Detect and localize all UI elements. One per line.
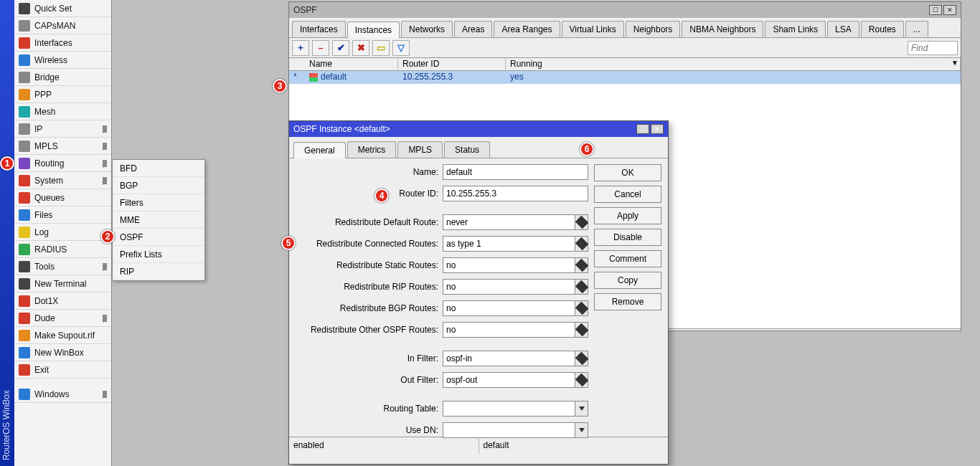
dropdown-icon[interactable] — [575, 279, 588, 295]
submenu-item-bfd[interactable]: BFD — [113, 160, 204, 177]
submenu-item-rip[interactable]: RIP — [113, 263, 204, 280]
col-name[interactable]: Name — [305, 58, 398, 70]
apply-button[interactable]: Apply — [594, 207, 661, 224]
dropdown-icon[interactable] — [575, 322, 588, 338]
usedn-field[interactable] — [443, 422, 575, 438]
submenu-item-mme[interactable]: MME — [113, 211, 204, 229]
sidebar-item-mpls[interactable]: MPLS — [14, 138, 111, 155]
sidebar-item-make-supout-rif[interactable]: Make Supout.rif — [14, 327, 111, 344]
dropdown-icon[interactable] — [575, 401, 588, 417]
ospf-title-bar[interactable]: OSPF ☐ ✕ — [289, 2, 961, 18]
tab-areas[interactable]: Areas — [454, 21, 492, 37]
row-name: default — [321, 72, 347, 82]
routerid-field[interactable] — [443, 186, 588, 201]
tab-virtual-links[interactable]: Virtual Links — [562, 21, 624, 37]
enable-button[interactable]: ✔ — [332, 40, 349, 56]
close-icon[interactable]: ✕ — [651, 124, 664, 134]
sidebar-item-wireless[interactable]: Wireless — [14, 52, 111, 69]
sidebar-item-log[interactable]: Log — [14, 224, 111, 241]
sidebar-item-new-winbox[interactable]: New WinBox — [14, 344, 111, 361]
window-menu-icon[interactable]: ☐ — [929, 5, 942, 15]
sidebar-item-new-terminal[interactable]: New Terminal — [14, 275, 111, 293]
remove-button[interactable]: Remove — [594, 293, 661, 310]
comment-button[interactable]: ▭ — [372, 40, 390, 56]
sidebar-item-bridge[interactable]: Bridge — [14, 69, 111, 86]
col-running[interactable]: Running — [506, 58, 545, 70]
dropdown-icon[interactable] — [575, 257, 588, 273]
tab-area-ranges[interactable]: Area Ranges — [494, 21, 560, 37]
comment-button[interactable]: Comment — [594, 250, 661, 267]
sidebar-item-ppp[interactable]: PPP — [14, 86, 111, 103]
redist-rip-field[interactable] — [443, 279, 575, 295]
tab-metrics[interactable]: Metrics — [347, 141, 397, 158]
tab-mpls[interactable]: MPLS — [397, 141, 443, 158]
routingtable-field[interactable] — [443, 401, 575, 417]
outfilter-field[interactable] — [443, 372, 575, 388]
add-button[interactable]: + — [292, 40, 309, 56]
tab-instances[interactable]: Instances — [347, 22, 400, 38]
copy-button[interactable]: Copy — [594, 272, 661, 289]
tab-nbma-neighbors[interactable]: NBMA Neighbors — [682, 21, 763, 37]
row-rid: 10.255.255.3 — [398, 71, 506, 84]
sidebar-item-dot1x[interactable]: Dot1X — [14, 293, 111, 310]
dropdown-icon[interactable] — [575, 300, 588, 316]
sidebar-item-label: CAPsMAN — [34, 21, 107, 31]
redist-connected-field[interactable] — [443, 236, 575, 252]
submenu-item-prefix-lists[interactable]: Prefix Lists — [113, 246, 204, 263]
sidebar-item-tools[interactable]: Tools — [14, 258, 111, 275]
redist-static-field[interactable] — [443, 257, 575, 273]
table-row[interactable]: * default 10.255.255.3 yes — [289, 71, 961, 84]
redist-otherospf-field[interactable] — [443, 322, 575, 338]
submenu-item-filters[interactable]: Filters — [113, 194, 204, 211]
dropdown-icon[interactable] — [575, 214, 588, 230]
dropdown-icon[interactable] — [575, 372, 588, 388]
sidebar-item-ip[interactable]: IP — [14, 120, 111, 138]
find-input[interactable] — [908, 41, 958, 55]
sidebar-item-queues[interactable]: Queues — [14, 189, 111, 206]
dropdown-icon[interactable] — [575, 422, 588, 438]
redist-bgp-label: Redistribute BGP Routes: — [295, 303, 438, 313]
sidebar-item-radius[interactable]: RADIUS — [14, 241, 111, 258]
tab-lsa[interactable]: LSA — [827, 21, 859, 37]
sidebar-item-label: Log — [34, 227, 107, 237]
submenu-item-ospf[interactable]: OSPF — [113, 229, 204, 246]
dropdown-icon[interactable] — [575, 236, 588, 252]
tab-general[interactable]: General — [293, 142, 346, 158]
cancel-button[interactable]: Cancel — [594, 186, 661, 203]
chevron-right-icon — [103, 391, 107, 398]
disable-button[interactable]: Disable — [594, 229, 661, 246]
sidebar-item-routing[interactable]: Routing — [14, 155, 111, 172]
tab-routes[interactable]: Routes — [861, 21, 904, 37]
submenu-item-bgp[interactable]: BGP — [113, 177, 204, 194]
sidebar-item-quick-set[interactable]: Quick Set — [14, 0, 111, 17]
tab-interfaces[interactable]: Interfaces — [292, 21, 346, 37]
sidebar-item-exit[interactable]: Exit — [14, 361, 111, 379]
dropdown-icon[interactable] — [575, 351, 588, 366]
col-routerid[interactable]: Router ID — [398, 58, 506, 70]
tab-sham-links[interactable]: Sham Links — [765, 21, 826, 37]
sidebar-item-windows[interactable]: Windows — [14, 386, 111, 403]
tab-networks[interactable]: Networks — [401, 21, 453, 37]
sidebar-item-interfaces[interactable]: Interfaces — [14, 34, 111, 52]
remove-button[interactable]: – — [312, 40, 329, 56]
tab-status[interactable]: Status — [444, 141, 490, 158]
tab--[interactable]: ... — [905, 21, 928, 37]
instance-title-bar[interactable]: OSPF Instance <default> ☐ ✕ — [289, 121, 668, 137]
sidebar-item-files[interactable]: Files — [14, 206, 111, 224]
disable-button[interactable]: ✖ — [352, 40, 369, 56]
sidebar-item-system[interactable]: System — [14, 172, 111, 189]
infilter-label: In Filter: — [295, 353, 438, 363]
infilter-field[interactable] — [443, 351, 575, 366]
name-field[interactable] — [443, 164, 588, 180]
columns-dropdown-icon[interactable]: ▼ — [951, 59, 958, 67]
sidebar-item-mesh[interactable]: Mesh — [14, 103, 111, 120]
sidebar-item-capsman[interactable]: CAPsMAN — [14, 17, 111, 34]
tab-neighbors[interactable]: Neighbors — [626, 21, 681, 37]
filter-button[interactable]: ▽ — [392, 40, 410, 56]
redist-bgp-field[interactable] — [443, 300, 575, 316]
redist-default-field[interactable] — [443, 214, 575, 230]
sidebar-item-dude[interactable]: Dude — [14, 310, 111, 327]
close-icon[interactable]: ✕ — [943, 5, 956, 15]
window-menu-icon[interactable]: ☐ — [636, 124, 649, 134]
ok-button[interactable]: OK — [594, 164, 661, 181]
